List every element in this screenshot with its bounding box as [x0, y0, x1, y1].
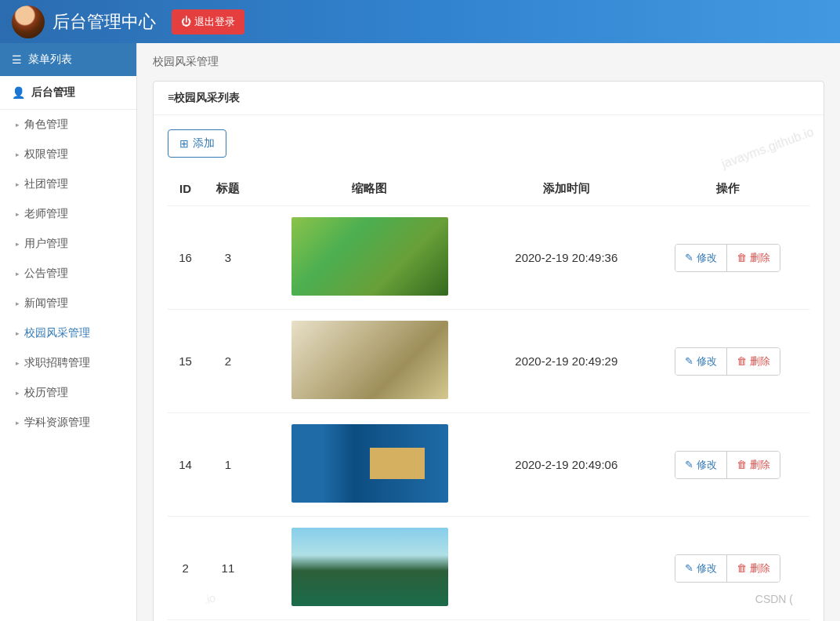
thumbnail [291, 424, 448, 503]
cell-time: 2020-2-19 20:49:36 [487, 206, 646, 310]
sidebar-item-label: 老师管理 [24, 207, 68, 221]
cell-ops: ✎修改🗑删除 [646, 517, 809, 620]
sidebar-item-1[interactable]: ▸权限管理 [0, 140, 136, 169]
th-time: 添加时间 [487, 172, 646, 206]
thumbnail [291, 528, 448, 606]
thumbnail [291, 217, 448, 296]
edit-button[interactable]: ✎修改 [675, 245, 727, 271]
sidebar-item-label: 新闻管理 [24, 296, 68, 310]
caret-right-icon: ▸ [16, 180, 20, 188]
cell-ops: ✎修改🗑删除 [646, 413, 809, 517]
cell-thumb [253, 206, 487, 310]
sidebar-item-label: 权限管理 [24, 147, 68, 162]
btn-group: ✎修改🗑删除 [675, 554, 780, 583]
sidebar-item-6[interactable]: ▸新闻管理 [0, 289, 136, 318]
page-title: 后台管理中心 [52, 10, 156, 34]
sidebar-item-label: 求职招聘管理 [24, 356, 90, 370]
caret-right-icon: ▸ [16, 270, 20, 278]
avatar [12, 5, 45, 38]
section-label: 后台管理 [31, 85, 75, 100]
delete-button[interactable]: 🗑删除 [727, 555, 780, 582]
sidebar-item-7[interactable]: ▸校园风采管理 [0, 318, 136, 348]
sidebar-item-label: 角色管理 [24, 118, 68, 132]
data-table: ID 标题 缩略图 添加时间 操作 1632020-2-19 20:49:36✎… [168, 172, 809, 620]
cell-id: 16 [168, 206, 203, 310]
edit-icon: ✎ [685, 252, 693, 263]
table-row: 1412020-2-19 20:49:06✎修改🗑删除 [168, 413, 809, 517]
sidebar-item-8[interactable]: ▸求职招聘管理 [0, 348, 136, 378]
edit-icon: ✎ [685, 355, 693, 367]
sidebar-item-5[interactable]: ▸公告管理 [0, 259, 136, 289]
logout-button[interactable]: ⏻ 退出登录 [172, 9, 244, 34]
table-row: 1522020-2-19 20:49:29✎修改🗑删除 [168, 310, 809, 413]
cell-title: 1 [203, 413, 253, 517]
sidebar-item-label: 校历管理 [24, 386, 68, 400]
caret-right-icon: ▸ [16, 240, 20, 248]
cell-ops: ✎修改🗑删除 [646, 206, 809, 310]
breadcrumb: 校园风采管理 [153, 55, 824, 69]
panel-title: ≡校园风采列表 [154, 82, 824, 115]
edit-button[interactable]: ✎修改 [675, 348, 727, 375]
caret-right-icon: ▸ [16, 389, 20, 397]
sidebar-item-3[interactable]: ▸老师管理 [0, 199, 136, 229]
plus-icon: ⊞ [179, 137, 189, 150]
logout-label: 退出登录 [194, 15, 235, 29]
panel: ≡校园风采列表 ⊞ 添加 ID 标题 缩略图 添加时间 操作 1632020-2… [153, 81, 824, 621]
sidebar-item-label: 用户管理 [24, 237, 68, 251]
cell-title: 3 [203, 206, 253, 310]
th-ops: 操作 [646, 172, 809, 206]
user-icon: 👤 [12, 86, 25, 99]
table-row: 1632020-2-19 20:49:36✎修改🗑删除 [168, 206, 809, 310]
th-title: 标题 [203, 172, 253, 206]
caret-right-icon: ▸ [16, 419, 20, 427]
caret-right-icon: ▸ [16, 300, 20, 307]
cell-id: 14 [168, 413, 203, 517]
sidebar-item-2[interactable]: ▸社团管理 [0, 169, 136, 199]
th-id: ID [168, 172, 203, 206]
delete-button[interactable]: 🗑删除 [727, 245, 780, 271]
edit-icon: ✎ [685, 562, 693, 574]
sidebar-item-0[interactable]: ▸角色管理 [0, 110, 136, 140]
list-icon: ☰ [12, 53, 22, 66]
cell-time [487, 517, 646, 620]
caret-right-icon: ▸ [16, 329, 20, 337]
delete-button[interactable]: 🗑删除 [727, 348, 780, 375]
cell-id: 2 [168, 517, 203, 620]
menu-header-label: 菜单列表 [28, 53, 72, 67]
trash-icon: 🗑 [737, 355, 747, 367]
trash-icon: 🗑 [737, 252, 747, 263]
cell-id: 15 [168, 310, 203, 413]
cell-time: 2020-2-19 20:49:06 [487, 413, 646, 517]
trash-icon: 🗑 [737, 459, 747, 470]
cell-time: 2020-2-19 20:49:29 [487, 310, 646, 413]
btn-group: ✎修改🗑删除 [675, 244, 780, 272]
caret-right-icon: ▸ [16, 210, 20, 218]
btn-group: ✎修改🗑删除 [675, 451, 780, 479]
add-label: 添加 [193, 136, 215, 151]
caret-right-icon: ▸ [16, 151, 20, 158]
cell-thumb [253, 310, 487, 413]
add-button[interactable]: ⊞ 添加 [168, 129, 226, 158]
sidebar-item-4[interactable]: ▸用户管理 [0, 229, 136, 259]
edit-button[interactable]: ✎修改 [675, 452, 727, 478]
sidebar-item-9[interactable]: ▸校历管理 [0, 378, 136, 408]
sidebar-item-label: 公告管理 [24, 267, 68, 281]
trash-icon: 🗑 [737, 562, 747, 574]
power-icon: ⏻ [181, 16, 191, 27]
th-thumb: 缩略图 [253, 172, 487, 206]
caret-right-icon: ▸ [16, 359, 20, 367]
cell-ops: ✎修改🗑删除 [646, 310, 809, 413]
edit-button[interactable]: ✎修改 [675, 555, 727, 582]
sidebar: ☰ 菜单列表 👤 后台管理 ▸角色管理▸权限管理▸社团管理▸老师管理▸用户管理▸… [0, 43, 137, 621]
cell-title: 11 [203, 517, 253, 620]
menu-header: ☰ 菜单列表 [0, 43, 136, 76]
sidebar-item-label: 社团管理 [24, 177, 68, 191]
header: 后台管理中心 ⏻ 退出登录 [0, 0, 840, 43]
section-title: 👤 后台管理 [0, 76, 136, 110]
sidebar-item-label: 学科资源管理 [24, 416, 90, 430]
sidebar-item-label: 校园风采管理 [24, 326, 90, 340]
delete-button[interactable]: 🗑删除 [727, 452, 780, 478]
thumbnail [291, 321, 448, 399]
sidebar-item-10[interactable]: ▸学科资源管理 [0, 408, 136, 438]
btn-group: ✎修改🗑删除 [675, 347, 780, 376]
